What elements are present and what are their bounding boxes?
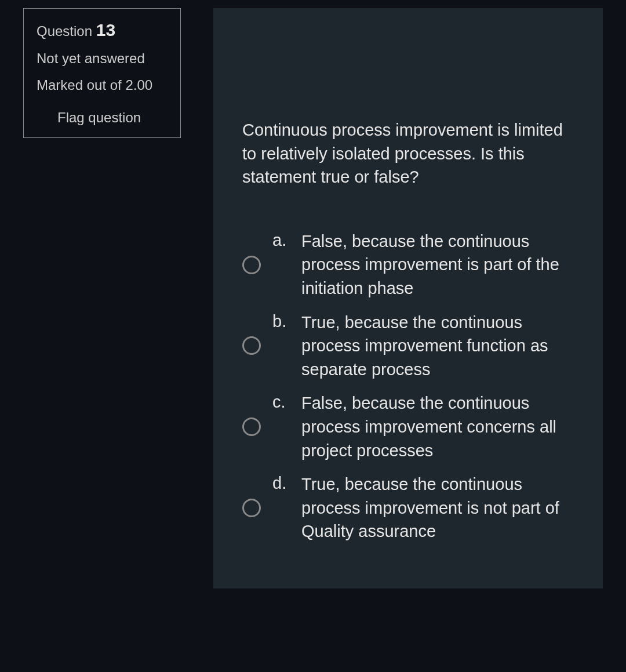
answer-text: False, because the continuous process im… xyxy=(301,230,574,300)
question-content-box: Continuous process improvement is limite… xyxy=(213,8,603,589)
question-label-text: Question xyxy=(37,23,92,39)
answer-option-d[interactable]: d. True, because the continuous process … xyxy=(242,473,574,543)
question-info-box: Question 13 Not yet answered Marked out … xyxy=(23,8,181,138)
radio-wrapper xyxy=(242,336,261,355)
radio-a[interactable] xyxy=(242,256,261,274)
radio-wrapper xyxy=(242,417,261,436)
answer-option-a[interactable]: a. False, because the continuous process… xyxy=(242,230,574,300)
radio-wrapper xyxy=(242,256,261,274)
answer-letter: c. xyxy=(272,391,301,412)
radio-wrapper xyxy=(242,499,261,517)
answer-text: True, because the continuous process imp… xyxy=(301,311,574,382)
flag-question-link[interactable]: Flag question xyxy=(37,110,168,126)
radio-b[interactable] xyxy=(242,336,261,355)
answer-letter: d. xyxy=(272,473,301,493)
answer-option-c[interactable]: c. False, because the continuous process… xyxy=(242,391,574,462)
answer-option-b[interactable]: b. True, because the continuous process … xyxy=(242,311,574,382)
answer-status: Not yet answered xyxy=(37,50,168,67)
answer-letter: a. xyxy=(272,230,301,250)
radio-c[interactable] xyxy=(242,417,261,436)
marks-text: Marked out of 2.00 xyxy=(37,77,168,93)
answer-text: False, because the continuous process im… xyxy=(301,391,574,462)
question-number: 13 xyxy=(96,20,115,39)
question-container: Question 13 Not yet answered Marked out … xyxy=(23,8,603,589)
question-text: Continuous process improvement is limite… xyxy=(242,118,574,189)
question-label: Question 13 xyxy=(37,20,168,40)
answer-text: True, because the continuous process imp… xyxy=(301,473,574,543)
answer-letter: b. xyxy=(272,311,301,331)
radio-d[interactable] xyxy=(242,499,261,517)
